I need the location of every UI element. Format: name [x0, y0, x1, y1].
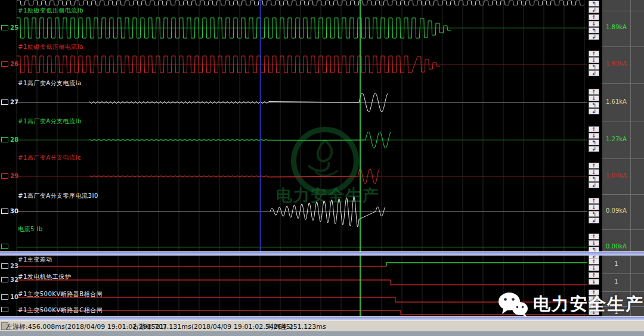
shift-down-button-icon[interactable]: ↲ [589, 108, 599, 114]
shift-up-button-icon[interactable]: ↰ [589, 211, 599, 217]
shift-down-button-icon[interactable]: ↲ [589, 7, 599, 13]
scale-up-button-icon[interactable]: ↑ [589, 163, 599, 169]
channel-controls: ↑↓↰↲ [589, 51, 602, 76]
channel-controls: ↰↲ [589, 1, 602, 13]
controls-layer: ↑↓↰↲↑↓↰↲↑↓↰↲↑↓↰↲↑↓↰↲↑↓↰↲↑↓↰↲↰↲↑↓↑↓↑↓↑↓ [0, 0, 644, 320]
scale-up-button-icon[interactable]: ↑ [589, 259, 599, 265]
channel-controls: ↑↓↰↲ [589, 126, 602, 152]
shift-up-button-icon[interactable]: ↰ [589, 176, 599, 182]
scale-up-button-icon[interactable]: ↑ [589, 198, 599, 204]
shift-down-button-icon[interactable]: ↲ [589, 217, 599, 223]
shift-up-button-icon[interactable]: ↰ [589, 1, 599, 7]
scale-down-button-icon[interactable]: ↓ [589, 133, 599, 139]
wechat-watermark: 电力安全生产 [497, 291, 644, 318]
scale-down-button-icon[interactable]: ↓ [589, 279, 599, 285]
status-bar: 左游标:456.008ms(2018/04/09 19:01:02.291521… [0, 320, 644, 331]
pane-splitter[interactable] [0, 251, 644, 256]
taskbar-strip [0, 331, 644, 336]
scale-down-button-icon[interactable]: ↓ [589, 169, 599, 175]
channel-controls: ↑↓↰↲ [589, 198, 602, 223]
shift-up-button-icon[interactable]: ↰ [589, 102, 599, 108]
channel-controls: ↑↓ [589, 259, 602, 271]
channel-controls: ↑↓↰↲ [589, 89, 602, 114]
scale-up-button-icon[interactable]: ↑ [589, 272, 599, 278]
shift-down-button-icon[interactable]: ↲ [589, 34, 599, 40]
shift-down-button-icon[interactable]: ↲ [589, 182, 599, 188]
scale-up-button-icon[interactable]: ↑ [589, 126, 599, 132]
scale-down-button-icon[interactable]: ↓ [589, 265, 599, 271]
scale-down-button-icon[interactable]: ↓ [589, 240, 599, 246]
scale-down-button-icon[interactable]: ↓ [589, 95, 599, 101]
fault-recorder-window: 电力安全生产 #1励磁变低压侧电流Ib25#1励磁变低压侧电流Ia26#1高厂变… [0, 0, 644, 336]
wechat-icon [497, 291, 528, 318]
shift-up-button-icon[interactable]: ↰ [589, 64, 599, 70]
wechat-watermark-text: 电力安全生产 [533, 293, 644, 316]
scale-up-button-icon[interactable]: ↑ [589, 89, 599, 95]
shift-down-button-icon[interactable]: ↲ [589, 70, 599, 76]
shift-up-button-icon[interactable]: ↰ [589, 27, 599, 33]
scale-down-button-icon[interactable]: ↓ [589, 57, 599, 63]
scale-up-button-icon[interactable]: ↑ [589, 51, 599, 57]
scale-up-button-icon[interactable]: ↑ [589, 234, 599, 239]
scale-down-button-icon[interactable]: ↓ [589, 21, 599, 27]
shift-down-button-icon[interactable]: ↲ [589, 146, 599, 152]
shift-up-button-icon[interactable]: ↰ [589, 139, 599, 145]
scale-up-button-icon[interactable]: ↑ [589, 14, 599, 20]
scale-down-button-icon[interactable]: ↓ [589, 204, 599, 210]
channel-controls: ↑↓ [589, 272, 602, 285]
channel-controls: ↑↓↰↲ [589, 14, 602, 40]
time-diff-readout: 时间差:251.123ms [267, 322, 326, 331]
channel-controls: ↑↓↰↲ [589, 163, 602, 188]
